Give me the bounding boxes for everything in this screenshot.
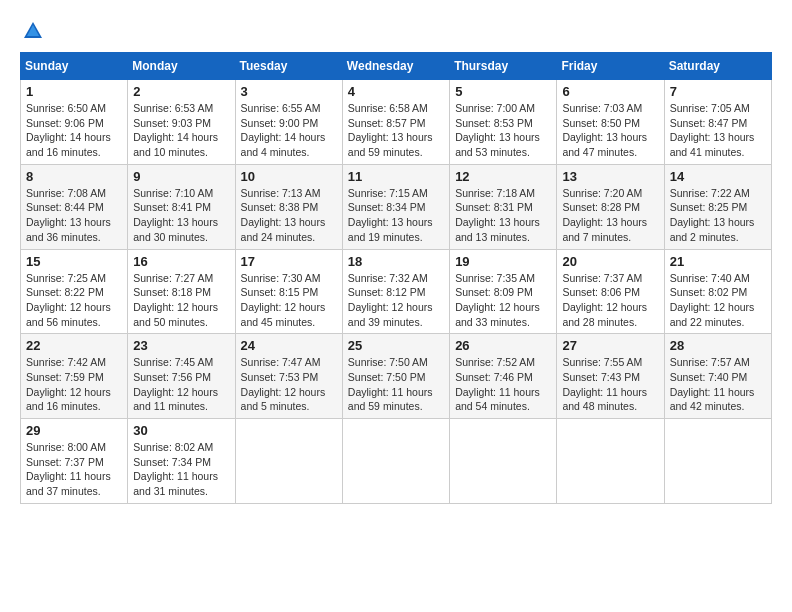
day-info-2: Sunrise: 6:53 AM Sunset: 9:03 PM Dayligh… <box>133 101 229 160</box>
day-number-13: 13 <box>562 169 658 184</box>
day-cell-29: 29Sunrise: 8:00 AM Sunset: 7:37 PM Dayli… <box>21 419 128 504</box>
day-number-17: 17 <box>241 254 337 269</box>
day-number-16: 16 <box>133 254 229 269</box>
day-cell-3: 3Sunrise: 6:55 AM Sunset: 9:00 PM Daylig… <box>235 80 342 165</box>
day-number-28: 28 <box>670 338 766 353</box>
day-info-19: Sunrise: 7:35 AM Sunset: 8:09 PM Dayligh… <box>455 271 551 330</box>
day-cell-19: 19Sunrise: 7:35 AM Sunset: 8:09 PM Dayli… <box>450 249 557 334</box>
day-info-13: Sunrise: 7:20 AM Sunset: 8:28 PM Dayligh… <box>562 186 658 245</box>
day-cell-16: 16Sunrise: 7:27 AM Sunset: 8:18 PM Dayli… <box>128 249 235 334</box>
day-number-10: 10 <box>241 169 337 184</box>
day-cell-25: 25Sunrise: 7:50 AM Sunset: 7:50 PM Dayli… <box>342 334 449 419</box>
day-cell-1: 1Sunrise: 6:50 AM Sunset: 9:06 PM Daylig… <box>21 80 128 165</box>
day-cell-14: 14Sunrise: 7:22 AM Sunset: 8:25 PM Dayli… <box>664 164 771 249</box>
day-info-30: Sunrise: 8:02 AM Sunset: 7:34 PM Dayligh… <box>133 440 229 499</box>
day-info-22: Sunrise: 7:42 AM Sunset: 7:59 PM Dayligh… <box>26 355 122 414</box>
day-info-18: Sunrise: 7:32 AM Sunset: 8:12 PM Dayligh… <box>348 271 444 330</box>
day-info-25: Sunrise: 7:50 AM Sunset: 7:50 PM Dayligh… <box>348 355 444 414</box>
logo <box>20 20 46 42</box>
day-info-14: Sunrise: 7:22 AM Sunset: 8:25 PM Dayligh… <box>670 186 766 245</box>
day-info-24: Sunrise: 7:47 AM Sunset: 7:53 PM Dayligh… <box>241 355 337 414</box>
day-number-6: 6 <box>562 84 658 99</box>
logo-icon <box>22 20 44 42</box>
empty-cell <box>557 419 664 504</box>
day-number-11: 11 <box>348 169 444 184</box>
week-row-4: 22Sunrise: 7:42 AM Sunset: 7:59 PM Dayli… <box>21 334 772 419</box>
week-row-3: 15Sunrise: 7:25 AM Sunset: 8:22 PM Dayli… <box>21 249 772 334</box>
day-number-22: 22 <box>26 338 122 353</box>
day-cell-17: 17Sunrise: 7:30 AM Sunset: 8:15 PM Dayli… <box>235 249 342 334</box>
day-cell-22: 22Sunrise: 7:42 AM Sunset: 7:59 PM Dayli… <box>21 334 128 419</box>
weekday-header-thursday: Thursday <box>450 53 557 80</box>
day-number-9: 9 <box>133 169 229 184</box>
day-cell-30: 30Sunrise: 8:02 AM Sunset: 7:34 PM Dayli… <box>128 419 235 504</box>
day-cell-10: 10Sunrise: 7:13 AM Sunset: 8:38 PM Dayli… <box>235 164 342 249</box>
day-number-8: 8 <box>26 169 122 184</box>
day-info-5: Sunrise: 7:00 AM Sunset: 8:53 PM Dayligh… <box>455 101 551 160</box>
day-info-27: Sunrise: 7:55 AM Sunset: 7:43 PM Dayligh… <box>562 355 658 414</box>
day-info-15: Sunrise: 7:25 AM Sunset: 8:22 PM Dayligh… <box>26 271 122 330</box>
day-number-23: 23 <box>133 338 229 353</box>
day-number-3: 3 <box>241 84 337 99</box>
day-number-27: 27 <box>562 338 658 353</box>
day-info-23: Sunrise: 7:45 AM Sunset: 7:56 PM Dayligh… <box>133 355 229 414</box>
calendar-table: SundayMondayTuesdayWednesdayThursdayFrid… <box>20 52 772 504</box>
day-number-26: 26 <box>455 338 551 353</box>
day-number-5: 5 <box>455 84 551 99</box>
day-info-10: Sunrise: 7:13 AM Sunset: 8:38 PM Dayligh… <box>241 186 337 245</box>
day-info-12: Sunrise: 7:18 AM Sunset: 8:31 PM Dayligh… <box>455 186 551 245</box>
day-cell-21: 21Sunrise: 7:40 AM Sunset: 8:02 PM Dayli… <box>664 249 771 334</box>
empty-cell <box>664 419 771 504</box>
day-info-16: Sunrise: 7:27 AM Sunset: 8:18 PM Dayligh… <box>133 271 229 330</box>
day-cell-20: 20Sunrise: 7:37 AM Sunset: 8:06 PM Dayli… <box>557 249 664 334</box>
day-info-9: Sunrise: 7:10 AM Sunset: 8:41 PM Dayligh… <box>133 186 229 245</box>
day-info-28: Sunrise: 7:57 AM Sunset: 7:40 PM Dayligh… <box>670 355 766 414</box>
day-cell-8: 8Sunrise: 7:08 AM Sunset: 8:44 PM Daylig… <box>21 164 128 249</box>
day-cell-26: 26Sunrise: 7:52 AM Sunset: 7:46 PM Dayli… <box>450 334 557 419</box>
day-info-1: Sunrise: 6:50 AM Sunset: 9:06 PM Dayligh… <box>26 101 122 160</box>
day-number-30: 30 <box>133 423 229 438</box>
empty-cell <box>235 419 342 504</box>
day-info-3: Sunrise: 6:55 AM Sunset: 9:00 PM Dayligh… <box>241 101 337 160</box>
day-number-12: 12 <box>455 169 551 184</box>
day-number-18: 18 <box>348 254 444 269</box>
day-number-25: 25 <box>348 338 444 353</box>
day-number-24: 24 <box>241 338 337 353</box>
weekday-header-saturday: Saturday <box>664 53 771 80</box>
day-number-1: 1 <box>26 84 122 99</box>
day-cell-6: 6Sunrise: 7:03 AM Sunset: 8:50 PM Daylig… <box>557 80 664 165</box>
weekday-header-row: SundayMondayTuesdayWednesdayThursdayFrid… <box>21 53 772 80</box>
day-cell-9: 9Sunrise: 7:10 AM Sunset: 8:41 PM Daylig… <box>128 164 235 249</box>
empty-cell <box>342 419 449 504</box>
page-header <box>20 20 772 42</box>
day-cell-11: 11Sunrise: 7:15 AM Sunset: 8:34 PM Dayli… <box>342 164 449 249</box>
day-number-14: 14 <box>670 169 766 184</box>
day-cell-5: 5Sunrise: 7:00 AM Sunset: 8:53 PM Daylig… <box>450 80 557 165</box>
day-info-26: Sunrise: 7:52 AM Sunset: 7:46 PM Dayligh… <box>455 355 551 414</box>
weekday-header-tuesday: Tuesday <box>235 53 342 80</box>
day-cell-12: 12Sunrise: 7:18 AM Sunset: 8:31 PM Dayli… <box>450 164 557 249</box>
day-info-8: Sunrise: 7:08 AM Sunset: 8:44 PM Dayligh… <box>26 186 122 245</box>
day-cell-4: 4Sunrise: 6:58 AM Sunset: 8:57 PM Daylig… <box>342 80 449 165</box>
day-number-21: 21 <box>670 254 766 269</box>
day-number-15: 15 <box>26 254 122 269</box>
day-cell-28: 28Sunrise: 7:57 AM Sunset: 7:40 PM Dayli… <box>664 334 771 419</box>
week-row-5: 29Sunrise: 8:00 AM Sunset: 7:37 PM Dayli… <box>21 419 772 504</box>
day-info-21: Sunrise: 7:40 AM Sunset: 8:02 PM Dayligh… <box>670 271 766 330</box>
day-cell-7: 7Sunrise: 7:05 AM Sunset: 8:47 PM Daylig… <box>664 80 771 165</box>
weekday-header-monday: Monday <box>128 53 235 80</box>
day-info-11: Sunrise: 7:15 AM Sunset: 8:34 PM Dayligh… <box>348 186 444 245</box>
day-cell-18: 18Sunrise: 7:32 AM Sunset: 8:12 PM Dayli… <box>342 249 449 334</box>
week-row-2: 8Sunrise: 7:08 AM Sunset: 8:44 PM Daylig… <box>21 164 772 249</box>
day-cell-13: 13Sunrise: 7:20 AM Sunset: 8:28 PM Dayli… <box>557 164 664 249</box>
day-info-17: Sunrise: 7:30 AM Sunset: 8:15 PM Dayligh… <box>241 271 337 330</box>
weekday-header-sunday: Sunday <box>21 53 128 80</box>
day-info-6: Sunrise: 7:03 AM Sunset: 8:50 PM Dayligh… <box>562 101 658 160</box>
day-info-4: Sunrise: 6:58 AM Sunset: 8:57 PM Dayligh… <box>348 101 444 160</box>
day-info-7: Sunrise: 7:05 AM Sunset: 8:47 PM Dayligh… <box>670 101 766 160</box>
week-row-1: 1Sunrise: 6:50 AM Sunset: 9:06 PM Daylig… <box>21 80 772 165</box>
day-number-4: 4 <box>348 84 444 99</box>
day-cell-27: 27Sunrise: 7:55 AM Sunset: 7:43 PM Dayli… <box>557 334 664 419</box>
day-cell-2: 2Sunrise: 6:53 AM Sunset: 9:03 PM Daylig… <box>128 80 235 165</box>
weekday-header-wednesday: Wednesday <box>342 53 449 80</box>
